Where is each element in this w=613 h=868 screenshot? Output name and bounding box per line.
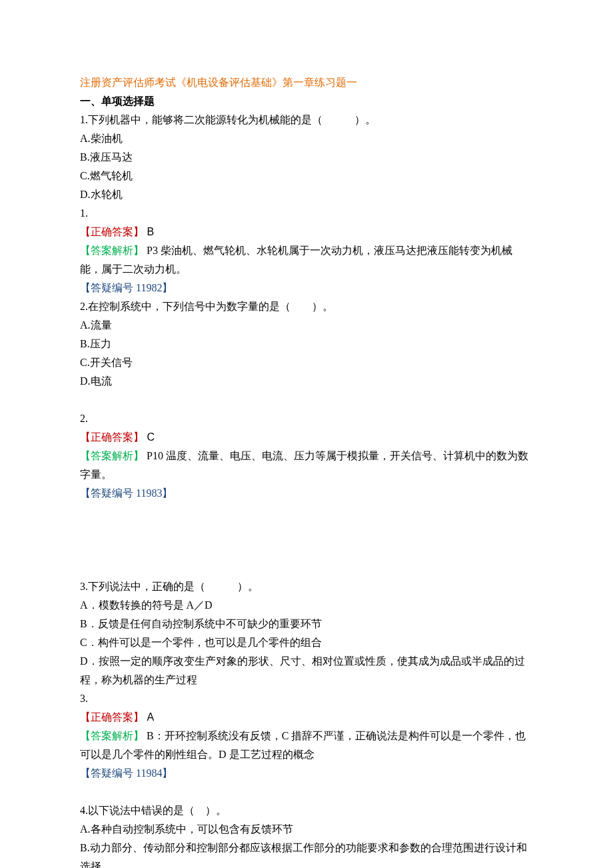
q1-stem: 1.下列机器中，能够将二次能源转化为机械能的是（ ）。 — [80, 111, 533, 129]
doc-title: 注册资产评估师考试《机电设备评估基础》第一章练习题一 — [80, 73, 533, 92]
q3-num: 3. — [80, 689, 533, 708]
q3-correct-label: 【正确答案】 — [80, 711, 144, 723]
q2-option-a: A.流量 — [80, 316, 533, 335]
q4-option-a: A.各种自动控制系统中，可以包含有反馈环节 — [80, 820, 533, 839]
q2-num: 2. — [80, 409, 533, 428]
spacer-2 — [80, 783, 533, 801]
q1-correct-label: 【正确答案】 — [80, 226, 144, 237]
q1-correct-value: B — [144, 226, 154, 237]
spacer-large — [80, 503, 533, 577]
q2-correct-value: C — [144, 431, 155, 443]
q2-analysis-label: 【答案解析】 — [80, 450, 144, 461]
q3-correct-value: A — [144, 711, 154, 723]
q1-option-a: A.柴油机 — [80, 129, 533, 148]
q2-qa-number: 【答疑编号 11983】 — [80, 484, 533, 503]
q4-stem: 4.以下说法中错误的是（ ）。 — [80, 801, 533, 820]
q1-qa-number: 【答疑编号 11982】 — [80, 279, 533, 297]
q1-option-c: C.燃气轮机 — [80, 167, 533, 185]
q1-analysis: 【答案解析】 P3 柴油机、燃气轮机、水轮机属于一次动力机，液压马达把液压能转变… — [80, 241, 533, 279]
q2-option-b: B.压力 — [80, 335, 533, 353]
q3-correct: 【正确答案】 A — [80, 708, 533, 727]
spacer — [80, 391, 533, 409]
q3-option-c: C．构件可以是一个零件，也可以是几个零件的组合 — [80, 633, 533, 652]
q3-analysis-label: 【答案解析】 — [80, 730, 144, 741]
q1-option-b: B.液压马达 — [80, 148, 533, 167]
q2-correct: 【正确答案】 C — [80, 428, 533, 447]
q3-analysis-text: B：开环控制系统没有反馈，C 措辞不严谨，正确说法是构件可以是一个零件，也可以是… — [80, 730, 526, 760]
q1-analysis-text: P3 柴油机、燃气轮机、水轮机属于一次动力机，液压马达把液压能转变为机械能，属于… — [80, 245, 512, 275]
q3-stem: 3.下列说法中，正确的是（ ）。 — [80, 577, 533, 596]
q3-qa-number: 【答疑编号 11984】 — [80, 764, 533, 783]
q2-analysis-text: P10 温度、流量、电压、电流、压力等属于模拟量，开关信号、计算机中的数为数字量… — [80, 450, 528, 480]
q2-stem: 2.在控制系统中，下列信号中为数字量的是（ ）。 — [80, 297, 533, 316]
q2-analysis: 【答案解析】 P10 温度、流量、电压、电流、压力等属于模拟量，开关信号、计算机… — [80, 447, 533, 484]
q3-option-b: B．反馈是任何自动控制系统中不可缺少的重要环节 — [80, 615, 533, 633]
q2-option-c: C.开关信号 — [80, 353, 533, 372]
q1-correct: 【正确答案】 B — [80, 223, 533, 241]
q4-option-b: B.动力部分、传动部分和控制部分都应该根据工作部分的功能要求和参数的合理范围进行… — [80, 839, 533, 868]
q1-num: 1. — [80, 204, 533, 223]
q3-analysis: 【答案解析】 B：开环控制系统没有反馈，C 措辞不严谨，正确说法是构件可以是一个… — [80, 727, 533, 764]
q2-option-d: D.电流 — [80, 372, 533, 391]
section-heading: 一、单项选择题 — [80, 92, 533, 111]
q3-option-a: A．模数转换的符号是 A／D — [80, 596, 533, 615]
q3-option-d: D．按照一定的顺序改变生产对象的形状、尺寸、相对位置或性质，使其成为成品或半成品… — [80, 652, 533, 689]
q2-correct-label: 【正确答案】 — [80, 431, 144, 443]
q1-analysis-label: 【答案解析】 — [80, 245, 144, 256]
q1-option-d: D.水轮机 — [80, 185, 533, 204]
